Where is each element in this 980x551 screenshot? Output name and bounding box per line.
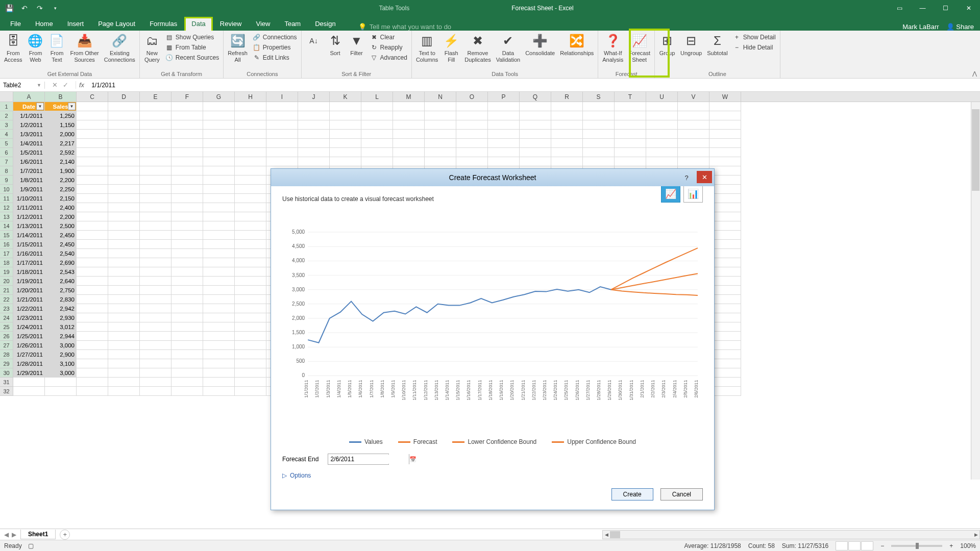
cell[interactable] — [298, 130, 330, 139]
column-header[interactable]: A — [13, 92, 45, 102]
zoom-thumb[interactable] — [916, 543, 919, 549]
cell[interactable] — [172, 378, 203, 387]
cell[interactable] — [266, 130, 298, 139]
cell[interactable]: 2,942 — [45, 304, 77, 313]
cell[interactable] — [108, 304, 140, 313]
cell[interactable] — [615, 148, 646, 157]
cell[interactable] — [615, 157, 646, 166]
cell[interactable] — [235, 111, 266, 120]
cell[interactable] — [520, 157, 551, 166]
tab-insert[interactable]: Insert — [60, 17, 91, 31]
tab-file[interactable]: File — [3, 17, 28, 31]
cell[interactable] — [140, 111, 172, 120]
cell[interactable] — [140, 258, 172, 267]
cell[interactable] — [615, 102, 646, 111]
cell[interactable]: Date▼ — [13, 102, 45, 111]
cell[interactable] — [203, 249, 235, 258]
date-picker-icon[interactable]: 📅 — [409, 454, 416, 464]
cell[interactable]: 1/11/2011 — [13, 203, 45, 212]
cell[interactable] — [678, 139, 709, 148]
cell[interactable] — [583, 130, 615, 139]
create-button[interactable]: Create — [611, 488, 653, 500]
options-expander[interactable]: ▷ Options — [282, 472, 703, 479]
cell[interactable] — [203, 176, 235, 185]
cell[interactable] — [172, 102, 203, 111]
cell[interactable]: 2,830 — [45, 295, 77, 304]
cell[interactable] — [45, 378, 77, 387]
cell[interactable] — [203, 111, 235, 120]
hscroll-left-icon[interactable]: ◀ — [603, 531, 610, 539]
tell-me-search[interactable]: 💡 Tell me what you want to do — [343, 23, 902, 31]
cell[interactable] — [235, 368, 266, 378]
cell[interactable] — [488, 130, 520, 139]
sheet-tab-active[interactable]: Sheet1 — [20, 530, 56, 539]
cell[interactable] — [77, 148, 108, 157]
cell[interactable] — [203, 240, 235, 249]
cell[interactable]: 2,690 — [45, 258, 77, 267]
hscroll-thumb[interactable] — [610, 531, 620, 538]
sheet-next-icon[interactable]: ▶ — [12, 531, 16, 538]
row-header[interactable]: 8 — [0, 166, 13, 176]
cell[interactable] — [235, 221, 266, 231]
cell[interactable]: 2,930 — [45, 313, 77, 322]
cell[interactable]: 2,217 — [45, 139, 77, 148]
cell[interactable] — [203, 221, 235, 231]
cell[interactable] — [425, 157, 456, 166]
cell[interactable] — [172, 249, 203, 258]
cell[interactable] — [77, 130, 108, 139]
cell[interactable] — [77, 120, 108, 130]
cell[interactable]: 1/1/2011 — [13, 111, 45, 120]
cell[interactable] — [140, 212, 172, 221]
cell[interactable] — [140, 304, 172, 313]
show-detail-button[interactable]: +Show Detail — [731, 33, 778, 42]
cell[interactable]: 1/5/2011 — [13, 148, 45, 157]
cell[interactable]: 2,400 — [45, 203, 77, 212]
cell[interactable] — [172, 350, 203, 359]
zoom-in-button[interactable]: + — [949, 542, 953, 549]
cell[interactable]: 1/16/2011 — [13, 249, 45, 258]
zoom-out-button[interactable]: − — [880, 542, 884, 549]
cell[interactable] — [77, 194, 108, 203]
cell[interactable] — [583, 102, 615, 111]
cell[interactable] — [108, 194, 140, 203]
user-name[interactable]: Mark LaBarr — [902, 23, 939, 31]
cell[interactable] — [203, 231, 235, 240]
cell[interactable] — [235, 267, 266, 277]
cell[interactable] — [361, 157, 393, 166]
column-header[interactable]: K — [330, 92, 361, 102]
column-header[interactable]: B — [45, 92, 77, 102]
column-header[interactable]: G — [203, 92, 235, 102]
cell[interactable] — [235, 304, 266, 313]
cell[interactable] — [330, 157, 361, 166]
cell[interactable] — [456, 120, 488, 130]
cell[interactable] — [77, 332, 108, 341]
flash-fill-button[interactable]: ⚡Flash Fill — [441, 32, 461, 64]
cell[interactable] — [488, 148, 520, 157]
cell[interactable] — [108, 221, 140, 231]
cell[interactable] — [520, 111, 551, 120]
cell[interactable] — [203, 332, 235, 341]
row-header[interactable]: 27 — [0, 341, 13, 350]
cell[interactable] — [172, 277, 203, 286]
cell[interactable] — [330, 111, 361, 120]
cell[interactable] — [140, 313, 172, 322]
column-header[interactable]: S — [583, 92, 615, 102]
cell[interactable] — [235, 166, 266, 176]
row-header[interactable]: 25 — [0, 322, 13, 332]
cell[interactable] — [77, 203, 108, 212]
cell[interactable] — [520, 120, 551, 130]
cell[interactable] — [172, 359, 203, 368]
cell[interactable] — [108, 313, 140, 322]
cell[interactable] — [456, 148, 488, 157]
what-if-analysis-button[interactable]: ❓What-If Analysis — [600, 32, 625, 64]
cell[interactable] — [425, 139, 456, 148]
cell[interactable]: 1/4/2011 — [13, 139, 45, 148]
cell[interactable] — [77, 212, 108, 221]
cell[interactable]: 2,450 — [45, 231, 77, 240]
cell[interactable]: Sales▼ — [45, 102, 77, 111]
cell[interactable] — [140, 130, 172, 139]
cell[interactable]: 1,150 — [45, 120, 77, 130]
column-chart-type-button[interactable]: 📊 — [683, 185, 703, 203]
cell[interactable]: 2,540 — [45, 249, 77, 258]
cell[interactable] — [425, 102, 456, 111]
